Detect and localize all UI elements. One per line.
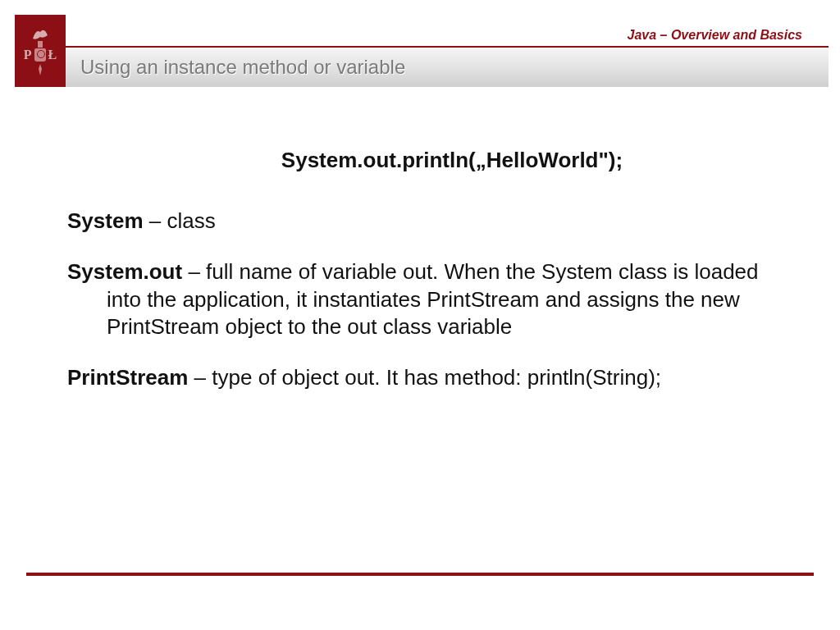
term: System.out — [67, 259, 182, 284]
code-headline: System.out.println(„HelloWorld"); — [67, 148, 788, 173]
university-logo: P Ł — [15, 15, 66, 87]
definition-entry: PrintStream – type of object out. It has… — [67, 364, 788, 392]
course-label: Java – Overview and Basics — [628, 28, 802, 43]
term: PrintStream — [67, 365, 188, 390]
definition-entry: System.out – full name of variable out. … — [67, 258, 788, 341]
flame-icon — [31, 27, 49, 40]
tail-icon — [37, 64, 43, 75]
shield-icon — [34, 48, 46, 62]
slide-title: Using an instance method or variable — [80, 56, 405, 79]
term-desc: – full name of variable out. When the Sy… — [107, 259, 759, 340]
definition-entry: System – class — [67, 208, 788, 235]
slide-title-bar: Using an instance method or variable — [66, 48, 829, 87]
term-desc: – type of object out. It has method: pri… — [188, 365, 661, 390]
slide-content: System.out.println(„HelloWorld"); System… — [67, 148, 788, 415]
term-desc: – class — [144, 208, 216, 233]
footer-rule — [26, 573, 814, 576]
term: System — [67, 208, 144, 233]
